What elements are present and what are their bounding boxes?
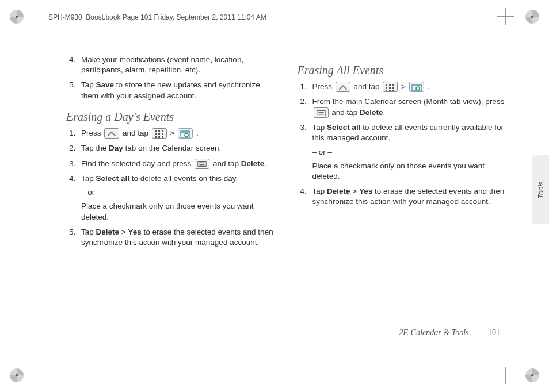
svg-rect-16 (198, 162, 206, 167)
list-item: Tap Delete > Yes to erase the selected e… (78, 227, 278, 248)
or-divider: – or – (312, 147, 509, 157)
svg-rect-29 (412, 84, 421, 86)
svg-point-30 (416, 87, 420, 90)
svg-rect-20 (389, 84, 391, 86)
ui-label: Select all (96, 174, 130, 183)
body-text: . (383, 108, 386, 117)
svg-rect-26 (389, 90, 391, 91)
body-text: Make your modifications (event name, loc… (81, 55, 243, 74)
ui-label: Delete (360, 108, 383, 117)
home-key-icon (336, 82, 350, 92)
home-key-icon (104, 128, 119, 139)
body-text: and tap (213, 159, 241, 168)
footer-section: 2F. Calendar & Tools (399, 328, 468, 337)
section-tab-label: Tools (536, 181, 545, 199)
body-text: and tap (354, 82, 382, 91)
svg-rect-10 (155, 136, 157, 138)
ui-label: Delete (241, 159, 265, 168)
body-text: tab on the Calendar screen. (123, 144, 221, 152)
svg-rect-23 (389, 87, 391, 89)
body-text: > (119, 228, 128, 236)
svg-rect-19 (386, 84, 387, 86)
registration-mark-icon (497, 367, 514, 384)
ui-label: Yes (128, 228, 141, 236)
body-text: Press (81, 129, 103, 137)
menu-key-icon (314, 107, 329, 118)
body-text: and tap (331, 108, 360, 117)
body-text: and tap (123, 129, 151, 137)
apps-grid-icon (152, 128, 167, 139)
svg-rect-11 (158, 136, 160, 138)
list-item: Tap Save to store the new updates and sy… (78, 80, 278, 101)
body-text: > (401, 82, 408, 91)
body-text: to delete all events on this day. (129, 174, 238, 183)
pinwheel-icon (524, 8, 541, 25)
body-text: > (350, 187, 359, 195)
list-item: Make your modifications (event name, loc… (78, 55, 278, 75)
svg-rect-7 (155, 133, 157, 135)
list-item: Find the selected day and press and tap … (78, 159, 278, 169)
list-item: Tap Select all to delete all events on t… (78, 174, 278, 222)
list-item: Press and tap > . (78, 128, 278, 139)
list-item: Tap Select all to delete all events curr… (309, 122, 509, 182)
svg-rect-14 (181, 131, 190, 133)
svg-point-1 (531, 16, 533, 18)
svg-rect-25 (386, 90, 387, 91)
list-item: Tap Delete > Yes to erase the selected e… (309, 186, 509, 207)
body-text: Tap (81, 80, 96, 89)
svg-rect-27 (392, 90, 394, 91)
body-text: . (196, 129, 199, 137)
body-text: . (264, 159, 266, 168)
column-right: Erasing All Events Press and tap > . Fro… (298, 55, 509, 346)
heading-erase-day: Erasing a Day's Events (66, 109, 278, 125)
body-text: . (428, 82, 430, 91)
calendar-icon (409, 82, 424, 92)
section-tab: Tools (532, 155, 549, 224)
page-footer: 2F. Calendar & Tools 101 (399, 328, 500, 337)
ui-label: Delete (327, 187, 350, 195)
menu-key-icon (195, 159, 209, 169)
body-text: Press (312, 82, 334, 91)
crop-rule (46, 26, 503, 26)
svg-rect-12 (162, 136, 163, 138)
svg-point-3 (531, 374, 533, 376)
list-item: From the main Calendar screen (Month tab… (309, 97, 509, 118)
ui-label: Day (109, 144, 123, 152)
pinwheel-icon (8, 367, 25, 384)
svg-rect-24 (392, 87, 394, 89)
list-item: Press and tap > . (309, 82, 509, 92)
body-text: Tap (312, 187, 327, 195)
svg-rect-22 (386, 87, 387, 89)
body-text: Tap (312, 123, 327, 132)
running-header: SPH-M930_Boost.book Page 101 Friday, Sep… (46, 13, 269, 21)
ui-label: Delete (96, 228, 120, 236)
list-item: Tap the Day tab on the Calendar screen. (78, 143, 278, 153)
body-text: Tap (81, 174, 96, 183)
heading-erase-all: Erasing All Events (298, 63, 509, 78)
pinwheel-icon (8, 8, 25, 25)
ui-label: Yes (359, 187, 372, 195)
apps-grid-icon (383, 82, 398, 92)
svg-point-2 (16, 374, 18, 376)
body-text: Find the selected day and press (81, 159, 193, 168)
svg-rect-8 (158, 133, 160, 135)
svg-rect-5 (158, 130, 160, 132)
ui-label: Save (96, 80, 115, 89)
body-text: From the main Calendar screen (Month tab… (312, 97, 505, 106)
body-text: Place a checkmark only on those events y… (81, 201, 278, 222)
column-left: Make your modifications (event name, loc… (66, 55, 278, 346)
body-text: Tap the (81, 144, 109, 152)
ui-label: Select all (327, 123, 361, 132)
svg-point-0 (16, 16, 18, 18)
or-divider: – or – (81, 187, 278, 198)
body-text: Place a checkmark only on those events y… (312, 161, 509, 182)
svg-rect-21 (392, 84, 394, 86)
crop-rule (46, 366, 503, 366)
svg-rect-9 (162, 133, 163, 135)
registration-mark-icon (497, 8, 514, 25)
body-text: Tap (81, 228, 96, 236)
svg-rect-4 (155, 130, 157, 132)
calendar-icon (178, 128, 193, 139)
svg-rect-31 (317, 110, 325, 116)
pinwheel-icon (524, 367, 541, 384)
